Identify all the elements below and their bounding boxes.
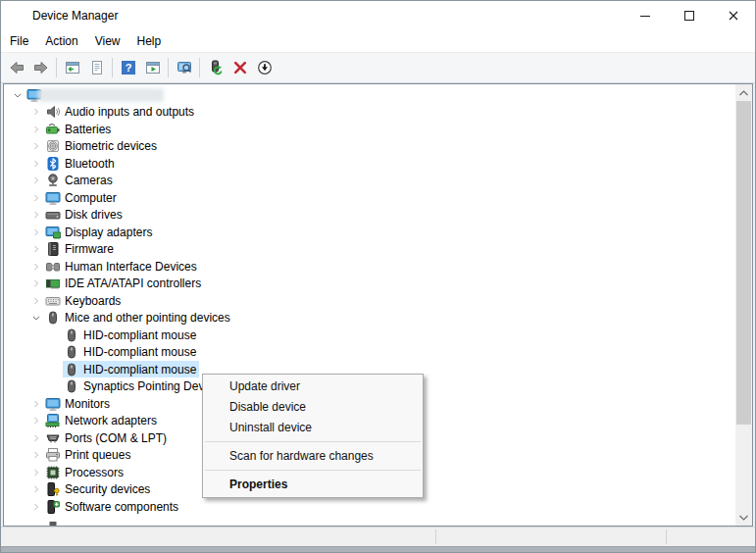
tree-item-hid-compliant-mouse[interactable]: HID-compliant mouse: [6, 327, 733, 344]
tree-root[interactable]: [6, 86, 733, 104]
chevron-right-icon[interactable]: [30, 277, 42, 289]
tree-item-label: Human Interface Devices: [65, 260, 197, 274]
menu-help[interactable]: Help: [129, 31, 170, 51]
chevron-down-icon[interactable]: [30, 312, 42, 324]
tree-item-label: HID-compliant mouse: [83, 363, 196, 377]
menu-item-disable-device[interactable]: Disable device: [203, 397, 423, 418]
close-button[interactable]: [711, 1, 755, 29]
minimize-icon: [637, 8, 653, 24]
chevron-right-icon[interactable]: [30, 398, 42, 410]
menu-item-update-driver[interactable]: Update driver: [203, 377, 423, 397]
tree-category-cameras[interactable]: Cameras: [6, 173, 733, 190]
tree-category-biometric-devices[interactable]: Biometric devices: [6, 138, 733, 156]
menu-action[interactable]: Action: [37, 31, 85, 51]
ports-icon: [45, 430, 61, 446]
menu-item-uninstall-device[interactable]: Uninstall device: [203, 418, 423, 438]
menu-item-scan-for-hardware-changes[interactable]: Scan for hardware changes: [203, 446, 423, 467]
chevron-down-icon[interactable]: [12, 89, 24, 101]
network-adapter-icon: [45, 413, 61, 428]
tree-item-content: Cameras: [44, 173, 116, 189]
tree-category-ide-ata-atapi-controllers[interactable]: IDE ATA/ATAPI controllers: [6, 276, 733, 293]
toolbar-separator: [199, 58, 200, 77]
tree-item-label: Monitors: [65, 397, 110, 411]
status-bar-divider: [435, 529, 436, 544]
tree-item-content: Biometric devices: [44, 138, 160, 155]
chevron-right-icon[interactable]: [30, 415, 42, 427]
tree-item-content: Firmware: [44, 241, 117, 258]
back-button[interactable]: [4, 56, 28, 80]
status-bar-divider: [666, 529, 667, 544]
disable-device-button[interactable]: [252, 56, 277, 80]
disable-circle-icon: [257, 60, 273, 75]
chevron-right-icon[interactable]: [30, 192, 42, 204]
help-button[interactable]: ?: [116, 56, 140, 80]
chevron-right-icon[interactable]: [30, 124, 42, 135]
camera-icon: [45, 173, 61, 188]
tree-category-bluetooth[interactable]: Bluetooth: [6, 155, 733, 173]
minimize-button[interactable]: [623, 1, 667, 29]
tree-item-hid-compliant-mouse[interactable]: HID-compliant mouse: [6, 344, 733, 362]
tree-category-keyboards[interactable]: Keyboards: [6, 292, 733, 310]
tree-category-firmware[interactable]: Firmware: [6, 241, 733, 259]
tree-item-label: Disk drives: [65, 208, 123, 222]
action-pane-button[interactable]: [140, 56, 165, 80]
tree-category-computer[interactable]: Computer: [6, 189, 733, 207]
chevron-right-icon[interactable]: [30, 501, 42, 513]
tree-item-label: Batteries: [65, 123, 111, 136]
menu-bar: FileActionViewHelp: [1, 29, 755, 52]
tree-category-disk-drives[interactable]: Disk drives: [6, 207, 733, 225]
tree-category-human-interface-devices[interactable]: Human Interface Devices: [6, 258, 733, 276]
processor-icon: [45, 465, 61, 480]
chevron-right-icon[interactable]: [30, 483, 42, 495]
remote-computer-button[interactable]: [172, 56, 196, 80]
chevron-right-icon[interactable]: [30, 295, 42, 307]
mouse-icon: [64, 362, 79, 377]
device-manager-icon: [10, 8, 25, 24]
chevron-right-icon[interactable]: [30, 432, 42, 444]
tree-category-software-components[interactable]: Software components: [6, 498, 733, 516]
chevron-right-icon[interactable]: [30, 175, 42, 186]
tree-item-content: Display adapters: [44, 224, 155, 240]
maximize-icon: [681, 8, 697, 24]
menu-item-properties[interactable]: Properties: [203, 475, 423, 495]
context-menu-separator: [205, 470, 421, 471]
chevron-right-icon[interactable]: [30, 449, 42, 461]
scroll-down-button[interactable]: [735, 509, 752, 526]
chevron-right-icon[interactable]: [30, 209, 42, 221]
ide-icon: [45, 276, 61, 291]
tree-item-partial[interactable]: [6, 516, 733, 527]
chevron-right-icon[interactable]: [30, 467, 42, 478]
update-driver-button[interactable]: [203, 56, 227, 80]
tree-category-audio-inputs-and-outputs[interactable]: Audio inputs and outputs: [6, 104, 733, 122]
tree-item-label: Audio inputs and outputs: [65, 105, 194, 119]
tree-item-label: Firmware: [65, 242, 114, 256]
chevron-right-icon[interactable]: [30, 243, 42, 255]
tree-item-content: IDE ATA/ATAPI controllers: [44, 276, 204, 292]
tree-item-content: Human Interface Devices: [44, 258, 200, 275]
hid-icon: [45, 259, 61, 275]
chevron-right-icon[interactable]: [30, 261, 42, 273]
chevron-right-icon[interactable]: [30, 106, 42, 118]
scroll-up-button[interactable]: [735, 84, 752, 101]
chevron-spacer: [49, 346, 61, 358]
chevron-right-icon[interactable]: [30, 226, 42, 238]
scrollbar-thumb[interactable]: [736, 101, 751, 425]
bluetooth-icon: [45, 156, 61, 172]
tree-category-batteries[interactable]: Batteries: [6, 121, 733, 138]
uninstall-device-button[interactable]: [227, 56, 252, 80]
properties-button[interactable]: [84, 56, 109, 80]
forward-button[interactable]: [28, 56, 53, 80]
vertical-scrollbar[interactable]: [735, 84, 752, 526]
tree-category-mice-and-other-pointing-devices[interactable]: Mice and other pointing devices: [6, 310, 733, 327]
show-console-tree-button[interactable]: [60, 56, 84, 80]
maximize-button[interactable]: [667, 1, 711, 29]
menu-file[interactable]: File: [2, 31, 36, 51]
chevron-right-icon[interactable]: [30, 140, 42, 152]
tree-item-content: Print queues: [44, 447, 133, 464]
chevron-right-icon[interactable]: [30, 158, 42, 170]
toolbar-separator: [112, 58, 113, 77]
tree-item-label: HID-compliant mouse: [83, 328, 196, 342]
tree-category-display-adapters[interactable]: Display adapters: [6, 224, 733, 241]
menu-view[interactable]: View: [87, 31, 128, 51]
tree-item-label: IDE ATA/ATAPI controllers: [65, 276, 201, 290]
